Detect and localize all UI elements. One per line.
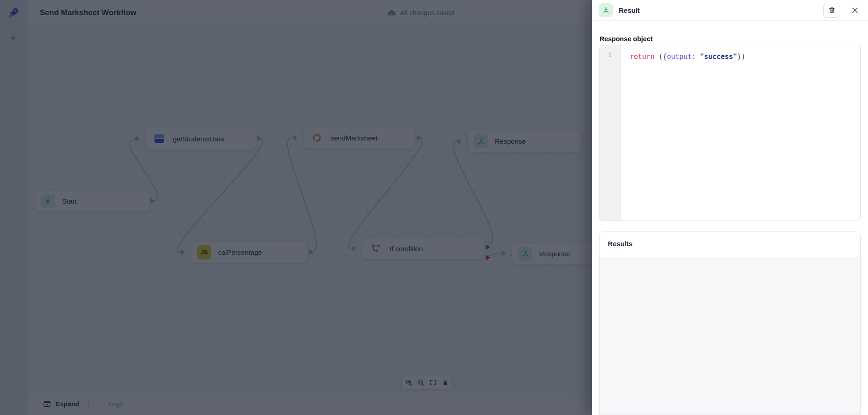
close-icon[interactable] bbox=[849, 4, 861, 16]
code-punct: ({ bbox=[654, 53, 667, 61]
panel-title: Result bbox=[619, 6, 640, 14]
response-object-label: Response object bbox=[600, 35, 653, 43]
code-string: "success" bbox=[700, 53, 737, 61]
results-label: Results bbox=[608, 240, 632, 248]
line-number: 1 bbox=[608, 51, 611, 59]
delete-button[interactable] bbox=[823, 3, 840, 18]
panel-header: Result bbox=[592, 0, 868, 21]
code-keyword: return bbox=[630, 53, 654, 61]
results-header: Results bbox=[600, 232, 860, 256]
output-icon bbox=[599, 3, 613, 17]
code-punct: }) bbox=[737, 53, 745, 61]
line-number-gutter: 1 bbox=[600, 45, 621, 221]
code-property: output: bbox=[667, 53, 696, 61]
code-content[interactable]: return ({output: "success"}) bbox=[621, 45, 860, 221]
result-panel: Result Response object 1 return ({output… bbox=[592, 0, 868, 415]
results-card: Results bbox=[599, 231, 861, 415]
code-editor[interactable]: 1 return ({output: "success"}) bbox=[599, 45, 861, 221]
results-body bbox=[600, 257, 860, 415]
code-space bbox=[696, 53, 700, 61]
app-window: Send Marksheet Workflow All changes save… bbox=[0, 0, 868, 415]
